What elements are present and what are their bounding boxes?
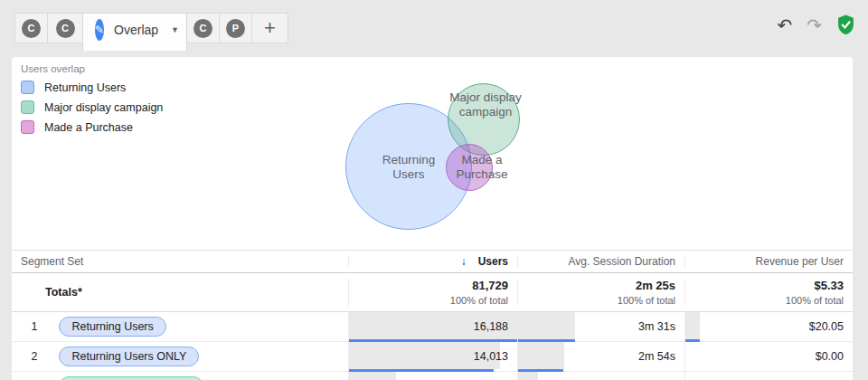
legend: Returning Users Major display campaign M… [21,81,163,140]
viz-title: Users overlap [21,63,85,74]
row-number: 1 [28,320,41,333]
legend-label: Major display campaign [44,101,163,114]
undo-icon[interactable]: ↶ [777,15,792,35]
duration-bar-bg [518,372,538,380]
legend-item-returning-users[interactable]: Returning Users [21,81,163,94]
legend-item-made-a-purchase[interactable]: Made a Purchase [21,120,163,134]
redo-icon[interactable]: ↷ [807,15,822,35]
tab-c3-icon: C [193,19,212,38]
venn-circle-made-a-purchase[interactable] [446,144,493,191]
duration-value: 1m 18s [638,372,675,380]
add-tab-button[interactable]: + [251,13,288,43]
duration-value: 2m 54s [638,342,675,372]
legend-label: Returning Users [44,81,126,94]
tab-strip: C C ✎ Overlap ▼ C P + ↶ ↷ [0,0,868,57]
topbar-actions: ↶ ↷ [777,14,855,35]
revenue-value: $20.05 [809,312,844,342]
legend-swatch-teal [21,100,34,114]
legend-swatch-blue [21,81,34,94]
pencil-icon: ✎ [95,19,104,41]
tab-c2[interactable]: C [47,13,83,43]
totals-duration-sub: 100% of total [518,295,675,306]
totals-revenue-sub: 100% of total [685,295,844,306]
users-value: 4,686 [480,372,508,380]
chevron-down-icon[interactable]: ▼ [171,25,179,34]
duration-bar-bg [518,312,575,339]
users-bar-bg [349,372,396,380]
tab-c1-icon: C [22,19,41,38]
venn-circle-major-display-campaign[interactable] [448,83,520,156]
legend-item-major-display-campaign[interactable]: Major display campaign [21,100,163,114]
tab-p[interactable]: P [219,13,252,43]
col-header-revenue-per-user[interactable]: Revenue per User [685,255,853,268]
sort-desc-icon: ↓ [461,255,467,268]
table-header-row: Segment Set ↓ Users Avg. Session Duratio… [12,250,853,273]
tab-c1[interactable]: C [14,13,48,43]
table-row[interactable]: 1 Returning Users 16,188 3m 31s $20.05 [12,312,853,342]
plus-icon: + [264,18,276,38]
totals-duration: 2m 25s [518,279,675,292]
totals-label: Totals* [12,286,348,299]
table-row[interactable]: 2 Returning Users ONLY 14,013 2m 54s $0.… [12,342,853,372]
totals-row: Totals* 81,729 100% of total 2m 25s 100%… [12,273,853,312]
table-row[interactable]: 3 Major display campaign 4,686 1m 18s $0… [12,372,853,380]
revenue-value: $0.00 [816,342,844,372]
tab-overlap-active[interactable]: ✎ Overlap ▼ [82,13,187,51]
segment-chip: Returning Users ONLY [59,347,199,366]
users-overlap-viz: Users overlap Returning Users Major disp… [12,57,853,250]
tab-p-icon: P [226,19,245,38]
row-number: 2 [28,350,41,363]
tab-c3[interactable]: C [186,13,220,43]
col-header-segment-set[interactable]: Segment Set [12,255,348,268]
tab-c2-icon: C [56,19,75,38]
totals-revenue: $5.33 [685,279,844,292]
col-header-avg-session-duration[interactable]: Avg. Session Duration [518,255,684,268]
segment-chip: Major display campaign [59,376,203,380]
col-header-users[interactable]: ↓ Users [349,255,517,268]
users-value: 16,188 [474,312,508,342]
duration-bar-bg [518,342,564,369]
legend-label: Made a Purchase [44,121,133,134]
revenue-bar-bg [685,312,700,339]
users-value: 14,013 [474,342,508,372]
revenue-value: $0.09 [816,372,844,380]
shield-check-icon[interactable] [836,14,855,35]
totals-users-sub: 100% of total [349,295,508,306]
totals-users: 81,729 [349,279,508,292]
duration-value: 3m 31s [638,312,675,342]
legend-swatch-pink [21,120,34,134]
tab-overlap-label: Overlap [114,23,158,37]
segment-table: Segment Set ↓ Users Avg. Session Duratio… [12,250,853,380]
segment-chip: Returning Users [59,317,165,337]
exploration-card: Users overlap Returning Users Major disp… [12,57,853,380]
